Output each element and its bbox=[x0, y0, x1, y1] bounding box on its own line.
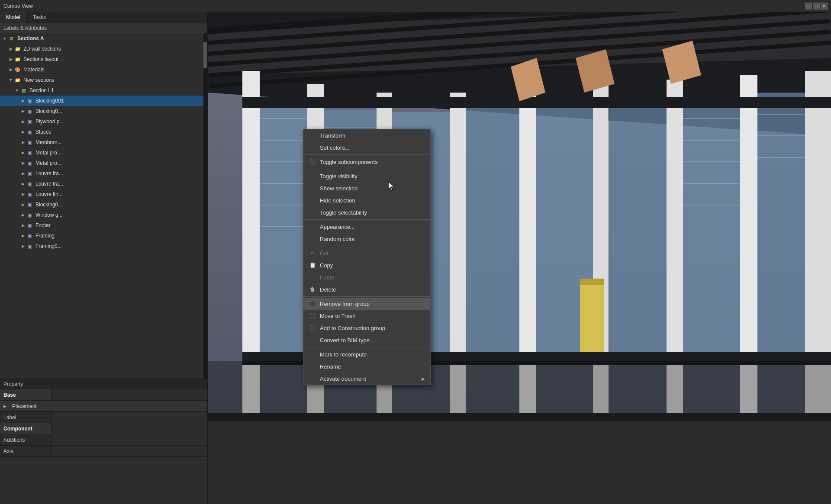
context-menu-item-paste[interactable]: Paste bbox=[303, 271, 430, 283]
materials-icon: 🎨 bbox=[14, 66, 22, 74]
tree-item-12[interactable]: ▶▣Metal pro... bbox=[0, 148, 203, 158]
context-menu-item-transform[interactable]: Transform bbox=[303, 129, 430, 141]
context-menu-item-toggle-select[interactable]: Toggle selectability bbox=[303, 206, 430, 218]
property-panel: Property Base▶PlacementLabelComponentAdd… bbox=[0, 379, 207, 504]
expand-arrow[interactable]: ▶ bbox=[20, 119, 26, 124]
context-menu-item-mark-recompute[interactable]: Mark to recompute bbox=[303, 348, 430, 360]
expand-arrow[interactable]: ▼ bbox=[2, 36, 8, 41]
context-menu-item-label: Mark to recompute bbox=[320, 351, 425, 358]
ctx-item-icon-empty bbox=[309, 375, 316, 382]
expand-arrow[interactable]: ▶ bbox=[20, 192, 26, 196]
viewport[interactable]: TransformSet colors...⬛Toggle subcompone… bbox=[208, 12, 831, 504]
tree-item-8[interactable]: ▶▣Blocking0... bbox=[0, 106, 203, 116]
context-menu-separator bbox=[303, 296, 430, 297]
mesh-icon: ▣ bbox=[26, 159, 34, 167]
tree-item-7[interactable]: ▶▣Blocking001 bbox=[0, 96, 203, 106]
expand-arrow[interactable]: ▶ bbox=[20, 140, 26, 144]
property-row-2: Label bbox=[0, 412, 207, 423]
context-menu-item-copy[interactable]: 📋Copy bbox=[303, 259, 430, 271]
mesh-icon: ▣ bbox=[26, 211, 34, 219]
tree-item-3[interactable]: ▶📁Sections layout bbox=[0, 54, 203, 64]
mesh-icon: ▣ bbox=[26, 190, 34, 198]
context-menu-item-label: Hide selection bbox=[320, 197, 425, 204]
tree-item-16[interactable]: ▶▣Louvre fin... bbox=[0, 189, 203, 199]
tree-item-21[interactable]: ▶▣Framing0... bbox=[0, 241, 203, 251]
tree-item-2[interactable]: ▶📁2D wall sections bbox=[0, 44, 203, 54]
ctx-item-icon-empty bbox=[309, 184, 316, 192]
context-menu-item-move-trash[interactable]: ⬛Move to Trash bbox=[303, 310, 430, 322]
tree-item-18[interactable]: ▶▣Window g... bbox=[0, 210, 203, 220]
context-menu-item-rename[interactable]: Rename bbox=[303, 360, 430, 372]
scroll-thumb[interactable] bbox=[203, 42, 207, 68]
expand-arrow[interactable]: ▶ bbox=[20, 202, 26, 207]
tree-item-5[interactable]: ▼📁New sections bbox=[0, 75, 203, 85]
tree-item-20[interactable]: ▶▣Framing bbox=[0, 231, 203, 241]
expand-arrow[interactable]: ▶ bbox=[8, 47, 14, 51]
tab-model[interactable]: Model bbox=[0, 12, 27, 23]
context-menu-item-random-color[interactable]: Random color bbox=[303, 233, 430, 245]
tree-item-1[interactable]: ▼⚙Sections A bbox=[0, 33, 203, 44]
ctx-item-icon-empty bbox=[309, 235, 316, 243]
tree-item-4[interactable]: ▶🎨Materials bbox=[0, 64, 203, 75]
context-menu-item-convert-bim[interactable]: Convert to BIM type... bbox=[303, 334, 430, 346]
scroll-bar[interactable] bbox=[203, 33, 207, 379]
expand-arrow[interactable]: ▶ bbox=[20, 171, 26, 176]
close-button[interactable]: ✕ bbox=[821, 3, 828, 10]
expand-arrow[interactable]: ▶ bbox=[20, 99, 26, 103]
ctx-item-icon-empty bbox=[309, 336, 316, 344]
context-menu-item-label: Activate document bbox=[320, 376, 418, 382]
tab-tasks[interactable]: Tasks bbox=[27, 12, 53, 23]
context-menu-item-toggle-sub[interactable]: ⬛Toggle subcomponents bbox=[303, 156, 430, 168]
context-menu-arrow: ▶ bbox=[422, 376, 425, 381]
minimize-button[interactable]: ─ bbox=[805, 3, 812, 10]
expand-arrow[interactable]: ▼ bbox=[8, 78, 14, 82]
expand-arrow[interactable]: ▼ bbox=[14, 88, 20, 93]
tree-item-9[interactable]: ▶▣Plywood p... bbox=[0, 116, 203, 127]
expand-icon: ▶ bbox=[3, 404, 10, 408]
context-menu-separator bbox=[303, 169, 430, 169]
tree-item-6[interactable]: ▼▦Section L1 bbox=[0, 85, 203, 96]
expand-arrow[interactable]: ▶ bbox=[20, 109, 26, 113]
tree-item-17[interactable]: ▶▣Blocking0... bbox=[0, 199, 203, 210]
expand-arrow[interactable]: ▶ bbox=[8, 57, 14, 61]
context-menu-item-add-construction[interactable]: ⬛Add to Construction group bbox=[303, 322, 430, 334]
expand-arrow[interactable]: ▶ bbox=[20, 244, 26, 248]
svg-rect-25 bbox=[683, 97, 740, 352]
svg-rect-27 bbox=[242, 97, 831, 108]
tree-item-14[interactable]: ▶▣Louvre fra... bbox=[0, 168, 203, 179]
expand-arrow[interactable]: ▶ bbox=[20, 130, 26, 134]
tree-item-label: Louvre fin... bbox=[35, 191, 63, 197]
context-menu-item-set-colors[interactable]: Set colors... bbox=[303, 141, 430, 154]
maximize-button[interactable]: □ bbox=[813, 3, 820, 10]
expand-arrow[interactable]: ▶ bbox=[20, 182, 26, 186]
context-menu-item-toggle-vis[interactable]: Toggle visibility bbox=[303, 170, 430, 182]
context-menu-item-show-sel[interactable]: Show selection bbox=[303, 182, 430, 194]
property-section-label: Base bbox=[0, 389, 52, 400]
tree-item-11[interactable]: ▶▣Membran... bbox=[0, 137, 203, 148]
context-menu-item-activate-doc[interactable]: Activate document▶ bbox=[303, 372, 430, 385]
tree-item-label: New sections bbox=[23, 77, 54, 83]
context-menu-item-remove-group[interactable]: ⬛Remove from group bbox=[303, 298, 430, 310]
tree-item-label: Window g... bbox=[35, 212, 63, 218]
context-menu-item-label: Set colors... bbox=[320, 144, 425, 151]
expand-arrow[interactable]: ▶ bbox=[20, 151, 26, 155]
expand-arrow[interactable]: ▶ bbox=[20, 223, 26, 228]
context-menu-item-appearance[interactable]: Appearance... bbox=[303, 221, 430, 233]
expand-arrow[interactable]: ▶ bbox=[20, 161, 26, 165]
property-row-expandable-1[interactable]: ▶Placement bbox=[0, 401, 207, 412]
context-menu-item-cut[interactable]: ✂Cut bbox=[303, 247, 430, 259]
tree-item-13[interactable]: ▶▣Metal pro... bbox=[0, 158, 203, 168]
ctx-item-icon-empty bbox=[309, 172, 316, 180]
tree-item-19[interactable]: ▶▣Footer bbox=[0, 220, 203, 231]
expand-arrow[interactable]: ▶ bbox=[8, 67, 14, 72]
mesh-icon: ▣ bbox=[26, 97, 34, 105]
context-menu-item-hide-sel[interactable]: Hide selection bbox=[303, 194, 430, 206]
tree-item-15[interactable]: ▶▣Louvre fra... bbox=[0, 179, 203, 189]
ctx-item-icon-empty bbox=[309, 209, 316, 216]
context-menu-item-delete[interactable]: 🗑Delete bbox=[303, 283, 430, 295]
tree-item-label: Sections A bbox=[17, 35, 44, 42]
tree-item-10[interactable]: ▶▣Stucco bbox=[0, 127, 203, 137]
expand-arrow[interactable]: ▶ bbox=[20, 213, 26, 217]
expand-arrow[interactable]: ▶ bbox=[20, 234, 26, 238]
tree-area[interactable]: ▼⚙Sections A▶📁2D wall sections▶📁Sections… bbox=[0, 33, 203, 379]
